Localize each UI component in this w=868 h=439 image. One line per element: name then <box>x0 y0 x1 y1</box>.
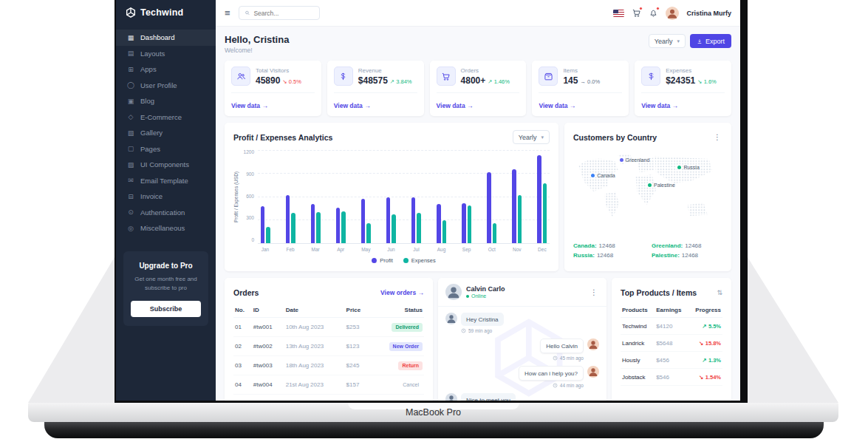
calvin-avatar <box>445 313 457 324</box>
sidebar-item-apps[interactable]: ⊞ Apps <box>116 61 216 78</box>
bell-icon[interactable] <box>649 8 658 18</box>
table-row[interactable]: 02#tw002 13th Aug 2023$123 New Order <box>233 337 424 356</box>
stat-label: Expenses <box>666 67 717 74</box>
view-data-link[interactable]: View data → <box>437 102 474 109</box>
sidebar-item-blog[interactable]: ▣ Blog <box>116 93 216 109</box>
map-stat-greenland: Greenland:12468 <box>652 242 722 249</box>
table-row[interactable]: Landrick $5648 ↘ 15.8% <box>621 335 722 352</box>
brand-logo[interactable]: Techwind <box>116 0 216 24</box>
chart-bar <box>543 183 547 243</box>
progress-value: ↘ 15.8% <box>699 340 721 347</box>
chart-bar <box>417 213 421 243</box>
stat-card-orders: Orders 4800+ ↗ 1.46% View data → <box>430 61 527 116</box>
search-icon <box>245 10 250 16</box>
chat-bubble: Hey Cristina <box>461 313 504 326</box>
period-select[interactable]: Yearly ▾ <box>649 34 686 48</box>
chart-period-select[interactable]: Yearly ▾ <box>513 130 550 144</box>
sidebar-item-label: Apps <box>140 65 157 73</box>
chart-bar-group <box>335 151 346 243</box>
cart-icon <box>437 67 456 86</box>
sidebar-item-invoice[interactable]: ⊟ Invoice <box>116 188 216 205</box>
online-dot <box>466 295 469 298</box>
sidebar-item-ui-components[interactable]: ▨ UI Components <box>116 157 216 173</box>
greeting-row: Hello, Cristina Welcome! Yearly ▾ Export <box>225 34 731 53</box>
stat-change: ↗ 3.84% <box>390 78 412 85</box>
laptop-bottom-edge <box>44 422 824 438</box>
kebab-menu-icon[interactable]: ⋮ <box>712 133 722 141</box>
page-title: Hello, Cristina <box>225 34 289 45</box>
user-name[interactable]: Cristina Murfy <box>686 10 731 17</box>
chat-timestamp: 45 min ago <box>445 355 584 361</box>
map-marker-russia[interactable]: Russia <box>677 165 699 170</box>
language-flag-us-icon[interactable] <box>613 10 624 17</box>
stat-label: Items <box>563 67 600 74</box>
download-icon <box>697 38 703 44</box>
chart-bar <box>468 205 472 243</box>
sidebar-item-label: Email Template <box>140 177 188 185</box>
stat-card-total-visitors: Total Visitors 45890 ↘ 0.5% View data → <box>225 61 321 116</box>
chart-legend: Profit Expenses <box>258 257 550 264</box>
sidebar-item-label: Dashboard <box>140 33 174 41</box>
dashboard-icon: ▦ <box>127 34 134 41</box>
chevron-down-icon: ▾ <box>677 38 680 44</box>
ecommerce-icon: ◇ <box>127 113 134 120</box>
map-marker-palestine[interactable]: Palestine <box>648 183 675 188</box>
search-input[interactable] <box>253 10 313 17</box>
kebab-menu-icon[interactable]: ⋮ <box>589 288 599 296</box>
sidebar-item-miscellaneous[interactable]: ◎ Miscellaneous <box>116 220 216 236</box>
table-row[interactable]: 01#tw001 10th Aug 2023$253 Delivered <box>233 318 424 337</box>
chat-contact-name: Calvin Carlo <box>466 285 505 293</box>
view-orders-link[interactable]: View orders → <box>380 289 424 296</box>
sidebar-item-label: E-Commerce <box>140 113 182 121</box>
ui-components-icon: ▨ <box>127 161 134 169</box>
chart-bar-group <box>386 151 396 243</box>
stat-value: 45890 <box>256 75 280 86</box>
orders-table: No. ID Date Price Status 01#tw001 10th A… <box>233 303 424 395</box>
sidebar-item-pages[interactable]: ▢ Pages <box>116 141 216 157</box>
hamburger-menu-icon[interactable]: ≡ <box>225 8 230 18</box>
progress-value: ↗ 5.5% <box>703 323 722 330</box>
miscellaneous-icon: ◎ <box>127 225 134 232</box>
legend-item-profit[interactable]: Profit <box>372 257 393 264</box>
column-header: Progress <box>688 303 722 318</box>
sidebar-item-label: Miscellaneous <box>140 224 185 232</box>
view-data-link[interactable]: View data → <box>539 102 575 109</box>
user-avatar[interactable] <box>666 7 679 20</box>
map-marker-greenland[interactable]: Greenland <box>620 157 650 163</box>
sidebar-item-authentication[interactable]: ⊙ Authentication <box>116 205 216 221</box>
chart-bar <box>442 220 447 243</box>
subscribe-button[interactable]: Subscribe <box>131 301 201 317</box>
sidebar-item-email-template[interactable]: ✉ Email Template <box>116 173 216 189</box>
column-header: Price <box>345 303 371 318</box>
chart-bar <box>286 195 290 243</box>
view-data-link[interactable]: View data → <box>231 102 268 109</box>
sidebar-item-user-profile[interactable]: ◯ User Profile <box>116 78 216 94</box>
chart-bar <box>361 199 366 243</box>
customers-by-country-card: Customers by Country ⋮ <box>564 123 731 271</box>
table-row[interactable]: 04#tw004 21st Aug 2023$157 Cancel <box>233 375 424 395</box>
table-row[interactable]: Hously $456 ↗ 1.3% <box>621 352 722 369</box>
table-row[interactable]: Jobstack $546 ↘ 1.54% <box>621 369 722 386</box>
sidebar-item-layouts[interactable]: ▤ Layouts <box>116 46 216 62</box>
status-badge: Return <box>398 361 423 370</box>
sidebar-item-label: Invoice <box>140 192 163 200</box>
legend-item-expenses[interactable]: Expenses <box>403 257 436 264</box>
stat-value: 145 <box>563 75 578 86</box>
products-table: Products Earnings Progress Techwind $412… <box>621 303 722 386</box>
table-row[interactable]: Techwind $4120 ↗ 5.5% <box>621 318 722 335</box>
cart-icon[interactable] <box>632 8 641 18</box>
export-button[interactable]: Export <box>690 34 731 48</box>
chart-bar-group <box>310 151 321 243</box>
chevron-down-icon: ▾ <box>541 135 544 140</box>
view-data-link[interactable]: View data → <box>334 102 371 109</box>
sidebar-item-ecommerce[interactable]: ◇ E-Commerce <box>116 109 216 126</box>
sidebar-item-dashboard[interactable]: ▦ Dashboard <box>116 30 216 46</box>
marker-dot <box>648 183 652 187</box>
sidebar-item-gallery[interactable]: ▧ Gallery <box>116 125 216 141</box>
map-marker-canada[interactable]: Canada <box>591 173 615 178</box>
table-row[interactable]: 03#tw003 18th Aug 2023$245 Return <box>233 356 424 375</box>
view-data-link[interactable]: View data → <box>641 102 678 109</box>
content: Hello, Cristina Welcome! Yearly ▾ Export <box>216 27 740 401</box>
clock-icon <box>553 383 558 388</box>
sort-icon[interactable]: ⇅ <box>717 289 722 296</box>
